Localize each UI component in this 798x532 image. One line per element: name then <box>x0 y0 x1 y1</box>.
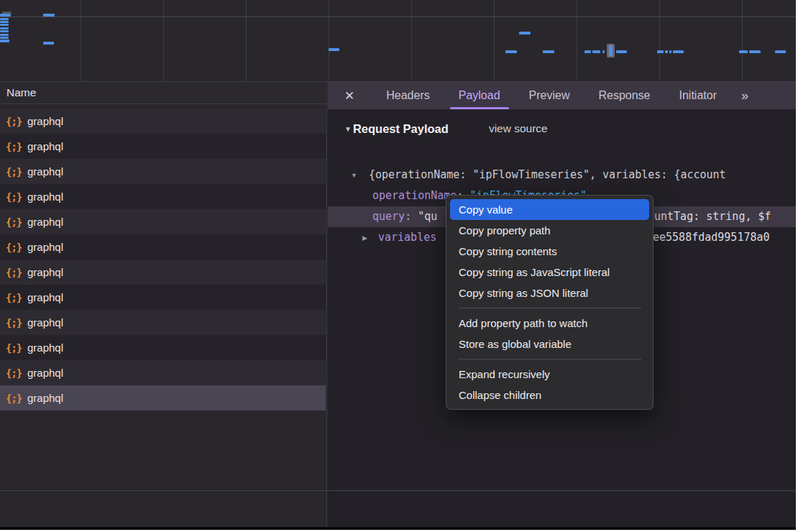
menu-item-expand-recursively[interactable]: Expand recursively <box>450 364 649 385</box>
network-overview-timeline[interactable] <box>0 0 796 82</box>
request-row[interactable]: {;}graphql <box>0 234 326 260</box>
requests-list: {;}graphql{;}graphql{;}graphql{;}graphql… <box>0 109 326 411</box>
request-timing-bar[interactable] <box>43 42 54 45</box>
menu-item-copy-string-as-javascript-literal[interactable]: Copy string as JavaScript literal <box>450 262 649 283</box>
request-row[interactable]: {;}graphql <box>0 209 326 234</box>
request-timing-bar[interactable] <box>0 40 9 42</box>
tab-headers[interactable]: Headers <box>372 82 444 109</box>
request-row[interactable]: {;}graphql <box>0 260 326 285</box>
json-key: variables <box>378 231 436 244</box>
timeline-gridline <box>81 0 81 81</box>
json-request-icon: {;} <box>6 116 24 127</box>
menu-item-add-property-path-to-watch[interactable]: Add property path to watch <box>450 313 649 334</box>
request-timing-bar[interactable] <box>669 50 671 53</box>
timeline-gridline <box>411 0 412 81</box>
request-timing-bar[interactable] <box>665 50 668 53</box>
request-row[interactable]: {;}graphql <box>0 360 326 385</box>
request-row[interactable]: {;}graphql <box>0 159 326 184</box>
request-timing-bar[interactable] <box>739 50 748 53</box>
tab-payload[interactable]: Payload <box>444 82 515 109</box>
request-timing-bar[interactable] <box>592 50 600 53</box>
expand-triangle-icon[interactable]: ▶ <box>362 228 367 248</box>
details-tabs: HeadersPayloadPreviewResponseInitiator <box>372 82 731 109</box>
request-row[interactable]: {;}graphql <box>0 285 326 310</box>
more-tabs-icon[interactable]: » <box>741 88 747 104</box>
timeline-gridline <box>659 0 660 81</box>
menu-item-store-as-global-variable[interactable]: Store as global variable <box>450 334 649 354</box>
json-request-icon: {;} <box>6 216 24 228</box>
request-timing-bar[interactable] <box>673 50 684 53</box>
json-request-icon: {;} <box>6 367 24 379</box>
tree-row-root[interactable]: ▼ {operationName: "ipFlowTimeseries", va… <box>328 165 796 185</box>
request-name: graphql <box>27 266 63 278</box>
section-title: Request Payload <box>353 122 449 136</box>
window-bottom-edge <box>0 527 796 530</box>
collapse-triangle-icon[interactable]: ▼ <box>351 165 357 185</box>
menu-item-copy-string-as-json-literal[interactable]: Copy string as JSON literal <box>450 283 649 303</box>
close-icon[interactable]: ✕ <box>344 88 354 104</box>
json-value-fragment: "qu <box>418 210 437 223</box>
request-timing-bar[interactable] <box>749 50 761 53</box>
timeline-gridline <box>494 0 495 81</box>
request-row[interactable]: {;}graphql <box>0 109 326 134</box>
request-timing-bar[interactable] <box>584 50 591 53</box>
details-tab-bar: ✕ HeadersPayloadPreviewResponseInitiator… <box>328 82 796 109</box>
request-timing-bar[interactable] <box>775 50 786 53</box>
request-timing-bar[interactable] <box>0 24 9 26</box>
collapse-triangle-icon[interactable]: ▼ <box>344 125 352 133</box>
json-value-fragment: ee5588fdad995178a0 <box>653 227 770 248</box>
tab-response[interactable]: Response <box>584 82 664 109</box>
requests-list-panel: Name {;}graphql{;}graphql{;}graphql{;}gr… <box>0 82 327 527</box>
request-payload-section-header[interactable]: ▼ Request Payload view source <box>328 119 548 138</box>
request-name: graphql <box>27 115 63 127</box>
json-request-icon: {;} <box>6 292 24 303</box>
json-key: operationName <box>372 189 457 202</box>
request-row[interactable]: {;}graphql <box>0 184 326 209</box>
menu-item-copy-value[interactable]: Copy value <box>450 199 649 220</box>
timeline-gridline <box>0 17 796 17</box>
request-timing-bar[interactable] <box>0 27 9 29</box>
json-key: query <box>372 210 405 223</box>
tab-preview[interactable]: Preview <box>515 82 584 109</box>
request-timing-bar[interactable] <box>0 14 11 17</box>
request-timing-bar[interactable] <box>0 37 9 39</box>
screenshot-stage: Name {;}graphql{;}graphql{;}graphql{;}gr… <box>0 0 798 532</box>
timeline-gridline <box>742 0 743 81</box>
request-timing-bar[interactable] <box>602 50 605 53</box>
request-name: graphql <box>27 316 63 329</box>
column-header-label: Name <box>6 86 36 98</box>
request-row[interactable]: {;}graphql <box>0 310 326 335</box>
request-timing-bar[interactable] <box>0 34 9 36</box>
menu-item-collapse-children[interactable]: Collapse children <box>450 385 649 405</box>
menu-separator <box>458 359 641 359</box>
request-row[interactable]: {;}graphql <box>0 335 326 360</box>
request-timing-bar[interactable] <box>519 32 531 35</box>
request-name: graphql <box>27 216 63 228</box>
request-name: graphql <box>27 291 63 303</box>
tab-initiator[interactable]: Initiator <box>665 82 731 109</box>
view-source-link[interactable]: view source <box>489 122 548 135</box>
request-timing-bar[interactable] <box>505 50 517 53</box>
request-timing-bar[interactable] <box>329 48 339 51</box>
request-name: graphql <box>27 367 63 379</box>
menu-item-copy-property-path[interactable]: Copy property path <box>450 220 649 241</box>
request-timing-bar[interactable] <box>0 21 9 23</box>
object-preview-text: {operationName: "ipFlowTimeseries", vari… <box>369 168 726 181</box>
timeline-hover-marker <box>607 44 615 58</box>
request-timing-bar[interactable] <box>43 14 55 17</box>
request-timing-bar[interactable] <box>0 30 9 32</box>
timeline-gridline <box>246 0 247 81</box>
request-row[interactable]: {;}graphql <box>0 134 326 159</box>
request-timing-bar[interactable] <box>0 18 9 20</box>
request-row[interactable]: {;}graphql <box>0 385 326 411</box>
request-timing-bar[interactable] <box>657 50 664 53</box>
json-request-icon: {;} <box>6 242 24 253</box>
request-name: graphql <box>27 191 63 203</box>
json-request-icon: {;} <box>6 191 24 203</box>
request-timing-bar[interactable] <box>616 50 627 53</box>
timeline-marker-bar <box>609 45 613 56</box>
request-timing-bar[interactable] <box>543 50 554 53</box>
menu-item-copy-string-contents[interactable]: Copy string contents <box>450 241 649 262</box>
column-header-name[interactable]: Name <box>0 82 326 104</box>
devtools-network-panel: Name {;}graphql{;}graphql{;}graphql{;}gr… <box>0 0 796 530</box>
